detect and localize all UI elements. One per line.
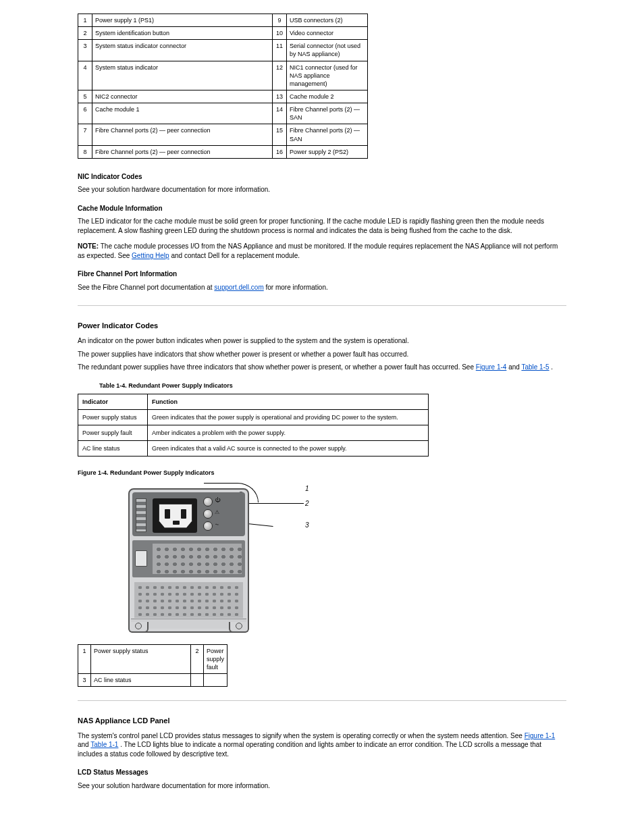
table-cell: Fibre Channel ports (2) — peer connectio… xyxy=(92,124,273,145)
table-cell: Power supply 1 (PS1) xyxy=(92,14,273,27)
cache-title: Cache Module Information xyxy=(78,204,566,213)
power-p2: The redundant power supplies have three … xyxy=(78,363,566,372)
divider-2 xyxy=(78,700,566,701)
callout-3: 3 xyxy=(305,521,309,530)
table-cell: 9 xyxy=(273,14,287,27)
table-cell: 8 xyxy=(78,145,92,158)
table-1-1-link[interactable]: Table 1-1 xyxy=(90,741,118,748)
table-cell: Fibre Channel ports (2) — peer connectio… xyxy=(92,145,273,158)
nic-title: NIC Indicator Codes xyxy=(78,172,566,182)
table-cell: 1 xyxy=(78,644,91,673)
lcd-title: NAS Appliance LCD Panel xyxy=(78,716,566,726)
lcd-sub-body: See your solution hardware documentation… xyxy=(78,781,566,791)
tbl4-head-function: Function xyxy=(148,394,429,409)
table-cell: Power supply 2 (PS2) xyxy=(287,145,368,158)
table-cell: NIC1 connector (used for NAS appliance m… xyxy=(287,61,368,90)
note: NOTE: The cache module processes I/O fro… xyxy=(78,242,566,260)
table-cell: 3 xyxy=(78,673,91,686)
table-cell: 6 xyxy=(78,103,92,124)
table-cell: Cache module 2 xyxy=(287,90,368,103)
table-cell: USB connectors (2) xyxy=(287,14,368,27)
callout-2: 2 xyxy=(305,499,309,509)
table-cell: System status indicator connector xyxy=(92,40,273,61)
table-cell: Video connector xyxy=(287,27,368,40)
table-cell: NIC2 connector xyxy=(92,90,273,103)
table-cell: Green indicates that the power supply is… xyxy=(148,409,429,425)
callout-1: 1 xyxy=(305,484,309,494)
support-link[interactable]: support.dell.com xyxy=(214,284,263,291)
table-cell: AC line status xyxy=(90,673,190,686)
table-cell: 7 xyxy=(78,124,92,145)
table-cell: Serial connector (not used by NAS applia… xyxy=(287,40,368,61)
table-cell: 10 xyxy=(273,27,287,40)
note-mid: and contact Dell for a replacement modul… xyxy=(171,252,300,259)
table-cell xyxy=(191,673,204,686)
table-cell: Fibre Channel ports (2) — SAN xyxy=(287,124,368,145)
table-cell: 2 xyxy=(191,644,204,673)
fault-icon: ⚠ xyxy=(214,510,220,516)
power-on-icon: ⏻ xyxy=(214,498,220,504)
table-cell: 2 xyxy=(78,27,92,40)
lcd-sub-title: LCD Status Messages xyxy=(78,768,566,777)
getting-help-link[interactable]: Getting Help xyxy=(132,252,169,259)
psu-figure: 1 2 3 ⏻ xyxy=(128,484,331,636)
fc-tail: for more information. xyxy=(266,284,328,291)
fc-title: Fibre Channel Port Information xyxy=(78,269,566,279)
figure-1-1-link[interactable]: Figure 1-1 xyxy=(525,732,556,739)
table-cell: Power supply status xyxy=(78,409,148,425)
table-cell: 4 xyxy=(78,61,92,90)
table-cell: 16 xyxy=(273,145,287,158)
table-cell: Amber indicates a problem with the power… xyxy=(148,425,429,441)
figure-key-table: 1Power supply status2Power supply fault3… xyxy=(78,644,227,687)
tbl4-head-indicator: Indicator xyxy=(78,394,148,409)
cache-body: The LED indicator for the cache module m… xyxy=(78,217,566,235)
table-cell: 5 xyxy=(78,90,92,103)
lcd-body: The system's control panel LCD provides … xyxy=(78,731,566,759)
table-cell: 14 xyxy=(273,103,287,124)
table-cell: Power supply status xyxy=(90,644,190,673)
table-cell: 15 xyxy=(273,124,287,145)
power-title: Power Indicator Codes xyxy=(78,321,566,331)
table-cell xyxy=(203,673,227,686)
table-1-5-link[interactable]: Table 1-5 xyxy=(521,363,549,371)
table-cell: Power supply fault xyxy=(78,425,148,441)
figure-1-4-link[interactable]: Figure 1-4 xyxy=(476,363,507,371)
nic-body: See your solution hardware documentation… xyxy=(78,185,566,194)
back-panel-key-table: 1Power supply 1 (PS1)9USB connectors (2)… xyxy=(78,14,368,159)
table-cell: Fibre Channel ports (2) — SAN xyxy=(287,103,368,124)
table-1-4-caption: Table 1-4. Redundant Power Supply Indica… xyxy=(99,382,566,390)
table-cell: Cache module 1 xyxy=(92,103,273,124)
table-cell: 12 xyxy=(273,61,287,90)
divider xyxy=(78,305,566,306)
note-label: NOTE: xyxy=(78,242,99,250)
table-cell: 3 xyxy=(78,40,92,61)
table-cell: System status indicator xyxy=(92,61,273,90)
fc-body: See the Fibre Channel port documentation… xyxy=(78,283,566,292)
redundant-psu-table: Indicator Function Power supply statusGr… xyxy=(78,394,429,457)
figure-1-4-caption: Figure 1-4. Redundant Power Supply Indic… xyxy=(78,469,566,477)
power-p1a: An indicator on the power button indicat… xyxy=(78,336,566,346)
fc-pre: See the Fibre Channel port documentation… xyxy=(78,284,214,291)
table-cell: Power supply fault xyxy=(203,644,227,673)
table-cell: Green indicates that a valid AC source i… xyxy=(148,441,429,457)
power-p1b: The power supplies have indicators that … xyxy=(78,350,566,359)
ac-icon: ⏦ xyxy=(214,522,220,528)
table-cell: 13 xyxy=(273,90,287,103)
table-cell: System identification button xyxy=(92,27,273,40)
table-cell: 1 xyxy=(78,14,92,27)
table-cell: 11 xyxy=(273,40,287,61)
table-cell: AC line status xyxy=(78,441,148,457)
